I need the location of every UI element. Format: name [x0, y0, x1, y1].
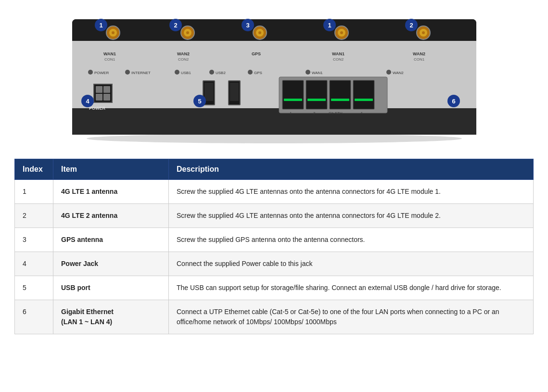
- table-row: 24G LTE 2 antennaScrew the supplied 4G L…: [15, 204, 534, 228]
- cell-item: GPS antenna: [53, 228, 169, 252]
- cell-item: USB port: [53, 276, 169, 300]
- svg-point-12: [186, 31, 189, 34]
- svg-rect-63: [355, 99, 373, 101]
- cell-description: Connect the supplied Power cable to this…: [169, 252, 534, 276]
- svg-text:WAN1: WAN1: [103, 51, 116, 56]
- svg-point-43: [386, 70, 391, 75]
- table-header-row: Index Item Description: [15, 159, 534, 180]
- svg-point-41: [306, 70, 310, 75]
- svg-point-33: [125, 70, 130, 75]
- device-svg: WAN1 CON1 WAN2 CON2 GPS WAN1 CON2 WAN2 C…: [58, 10, 491, 144]
- svg-text:POWER: POWER: [89, 106, 106, 111]
- svg-point-35: [175, 70, 179, 75]
- cell-index: 5: [15, 276, 53, 300]
- svg-point-31: [88, 70, 93, 75]
- svg-text:WAN2: WAN2: [177, 51, 190, 56]
- cell-index: 4: [15, 252, 53, 276]
- svg-text:2: 2: [409, 22, 413, 29]
- svg-point-0: [87, 134, 462, 143]
- svg-text:1: 1: [328, 22, 331, 29]
- svg-rect-46: [96, 86, 102, 93]
- svg-text:WAN2: WAN2: [413, 51, 425, 56]
- table-row: 4Power JackConnect the supplied Power ca…: [15, 252, 534, 276]
- svg-point-37: [209, 70, 214, 75]
- svg-rect-54: [230, 83, 239, 101]
- header-item: Item: [53, 159, 169, 180]
- cell-description: The USB can support setup for storage/fi…: [169, 276, 534, 300]
- svg-point-9: [112, 31, 115, 34]
- cell-index: 3: [15, 228, 53, 252]
- svg-text:6: 6: [452, 98, 455, 105]
- svg-rect-49: [103, 94, 110, 101]
- svg-text:GPS: GPS: [252, 51, 261, 56]
- svg-point-15: [258, 31, 261, 34]
- svg-rect-57: [284, 99, 302, 101]
- cell-index: 2: [15, 204, 53, 228]
- svg-text:CON1: CON1: [414, 57, 425, 62]
- svg-text:Gb ETH: Gb ETH: [329, 111, 343, 115]
- svg-rect-6: [72, 127, 476, 135]
- cell-item: 4G LTE 1 antenna: [53, 180, 169, 204]
- svg-text:WAN1: WAN1: [332, 51, 344, 56]
- svg-text:USB2: USB2: [216, 71, 226, 75]
- svg-text:5: 5: [198, 98, 201, 105]
- device-image-container: WAN1 CON1 WAN2 CON2 GPS WAN1 CON2 WAN2 C…: [14, 10, 534, 144]
- svg-text:CON2: CON2: [333, 57, 344, 62]
- svg-rect-61: [331, 99, 349, 101]
- svg-rect-47: [103, 86, 110, 93]
- svg-point-39: [248, 70, 253, 75]
- svg-rect-62: [353, 80, 374, 109]
- cell-index: 1: [15, 180, 53, 204]
- cell-description: Screw the supplied 4G LTE antennas onto …: [169, 204, 534, 228]
- cell-item: 4G LTE 2 antenna: [53, 204, 169, 228]
- svg-rect-48: [96, 94, 102, 101]
- cell-index: 6: [15, 300, 53, 334]
- components-table: Index Item Description 14G LTE 1 antenna…: [14, 159, 534, 334]
- svg-rect-60: [330, 80, 351, 109]
- cell-description: Connect a UTP Ethernet cable (Cat-5 or C…: [169, 300, 534, 334]
- svg-text:WAN2: WAN2: [393, 71, 404, 75]
- table-row: 5USB portThe USB can support setup for s…: [15, 276, 534, 300]
- svg-text:INTERNET: INTERNET: [131, 71, 151, 75]
- svg-point-18: [340, 31, 343, 34]
- svg-text:1: 1: [99, 22, 102, 29]
- svg-text:2: 2: [313, 111, 316, 115]
- header-description: Description: [169, 159, 534, 180]
- svg-text:WAN1: WAN1: [312, 71, 323, 75]
- table-row: 6Gigabit Ethernet(LAN 1 ~ LAN 4)Connect …: [15, 300, 534, 334]
- svg-rect-56: [282, 80, 304, 109]
- cell-description: Screw the supplied GPS antenna onto the …: [169, 228, 534, 252]
- svg-text:GPS: GPS: [254, 71, 262, 75]
- table-row: 3GPS antennaScrew the supplied GPS anten…: [15, 228, 534, 252]
- header-index: Index: [15, 159, 53, 180]
- cell-item: Power Jack: [53, 252, 169, 276]
- cell-description: Screw the supplied 4G LTE antennas onto …: [169, 180, 534, 204]
- svg-text:2: 2: [174, 22, 177, 29]
- svg-text:CON2: CON2: [178, 57, 189, 62]
- svg-text:3: 3: [246, 22, 249, 29]
- cell-item: Gigabit Ethernet(LAN 1 ~ LAN 4): [53, 300, 169, 334]
- svg-rect-58: [306, 80, 327, 109]
- svg-text:4: 4: [86, 98, 89, 105]
- svg-point-21: [422, 31, 425, 34]
- svg-text:CON1: CON1: [104, 57, 115, 62]
- svg-text:4: 4: [360, 111, 363, 115]
- svg-text:1: 1: [290, 111, 292, 115]
- svg-rect-52: [204, 83, 213, 101]
- svg-rect-59: [307, 99, 326, 101]
- table-row: 14G LTE 1 antennaScrew the supplied 4G L…: [15, 180, 534, 204]
- svg-text:USB1: USB1: [181, 71, 191, 75]
- svg-text:POWER: POWER: [94, 71, 109, 75]
